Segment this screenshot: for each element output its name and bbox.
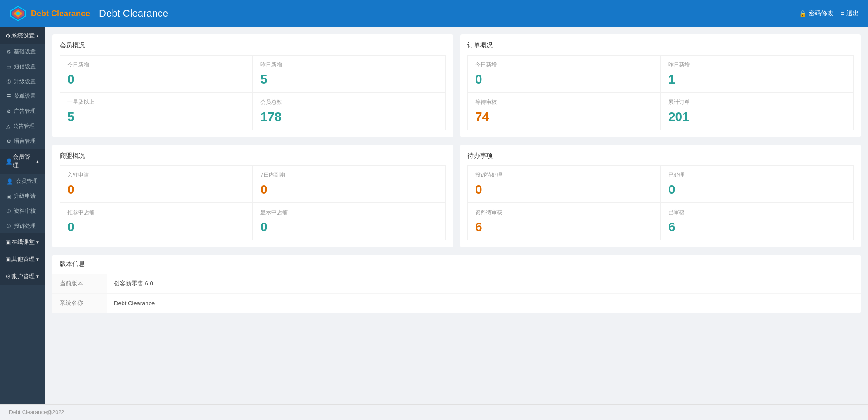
sidebar-item-notice[interactable]: △ 公告管理 [0,119,45,134]
system-settings-icon: ⚙ [5,33,11,39]
footer: Debt Clearance@2022 [0,404,868,420]
complaint-icon: ① [6,223,11,229]
logout-label: 退出 [846,9,859,18]
member-stat-today: 今日新增 0 [60,55,253,93]
sidebar-item-upgrade[interactable]: ① 升级设置 [0,74,45,89]
merchant-stat-apply: 入驻申请 0 [60,165,253,203]
member-stats-grid: 今日新增 0 昨日新增 5 一星及以上 5 会员总数 178 [60,55,446,130]
todo-overview-title: 待办事项 [467,152,854,160]
member-stat-star: 一星及以上 5 [60,93,253,130]
course-icon: ▣ [5,239,11,246]
merchant-apply-value: 0 [67,182,245,197]
header: Debt Clearance Debt Clearance 🔒 密码修改 ≡ 退… [0,0,868,27]
gear-icon: ⚙ [6,49,11,55]
lock-icon: 🔒 [799,10,807,17]
version-info-title: 版本信息 [52,255,861,274]
logo-text: Debt Clearance [31,9,90,19]
merchant-stat-recommend: 推荐中店铺 0 [60,203,253,240]
order-today-label: 今日新增 [475,61,653,69]
version-current-key: 当前版本 [52,274,107,294]
todo-complaint-pending-value: 0 [475,182,653,197]
merchant-expire-label: 7日内到期 [260,171,438,179]
version-table: 当前版本 创客新零售 6.0 系统名称 Debt Clearance [52,274,861,313]
other-label: 其他管理 [11,255,35,263]
todo-data-pending-label: 资料待审核 [475,209,653,216]
password-action[interactable]: 🔒 密码修改 [799,9,834,18]
todo-stat-complaint-done: 已处理 0 [660,165,854,203]
member-today-label: 今日新增 [67,61,245,69]
version-row-current: 当前版本 创客新零售 6.0 [52,274,861,294]
todo-stats-grid: 投诉待处理 0 已处理 0 资料待审核 6 已审核 6 [467,165,854,240]
order-stat-today: 今日新增 0 [467,55,660,93]
sidebar-group-other[interactable]: ▣ 其他管理 ▼ [0,251,45,268]
upgrade-icon: ① [6,79,11,85]
sidebar-item-data-review[interactable]: ① 资料审核 [0,204,45,219]
logout-action[interactable]: ≡ 退出 [841,9,859,18]
sidebar-item-lang[interactable]: ⚙ 语言管理 [0,134,45,149]
sidebar-item-upgrade-apply[interactable]: ▣ 升级申请 [0,189,45,204]
order-pending-label: 等待审核 [475,98,653,106]
merchant-expire-value: 0 [260,182,438,197]
sidebar-group-account[interactable]: ⚙ 账户管理 ▼ [0,268,45,285]
merchant-stat-expire: 7日内到期 0 [253,165,446,203]
sidebar-group-system[interactable]: ⚙ 系统设置 ▲ [0,27,45,44]
logo: Debt Clearance [9,5,90,23]
course-label: 在线课堂 [11,238,35,246]
merchant-display-label: 显示中店铺 [260,209,438,216]
merchant-display-value: 0 [260,220,438,234]
order-stat-yesterday: 昨日新增 1 [660,55,854,93]
todo-data-pending-value: 6 [475,220,653,234]
todo-data-done-label: 已审核 [668,209,846,216]
sidebar-item-complaint[interactable]: ① 投诉处理 [0,219,45,233]
merchant-overview-card: 商盟概况 入驻申请 0 7日内到期 0 推荐中店铺 0 显示 [52,145,453,247]
lang-icon: ⚙ [6,138,11,145]
member-stat-yesterday: 昨日新增 5 [253,55,446,93]
sidebar-item-menu[interactable]: ☰ 菜单设置 [0,89,45,104]
dashboard-row-2: 商盟概况 入驻申请 0 7日内到期 0 推荐中店铺 0 显示 [52,145,861,247]
order-total-value: 201 [668,110,846,124]
main-layout: ⚙ 系统设置 ▲ ⚙ 基础设置 ▭ 短信设置 ① 升级设置 ☰ 菜单设置 ⚙ 广… [0,27,868,404]
member-today-value: 0 [67,72,245,87]
member-star-value: 5 [67,110,245,124]
data-review-icon: ① [6,208,11,215]
merchant-stats-grid: 入驻申请 0 7日内到期 0 推荐中店铺 0 显示中店铺 0 [60,165,446,240]
sidebar-item-ads[interactable]: ⚙ 广告管理 [0,104,45,119]
arrow-down-icon: ▼ [35,240,40,245]
todo-stat-complaint-pending: 投诉待处理 0 [467,165,660,203]
dashboard-row-1: 会员概况 今日新增 0 昨日新增 5 一星及以上 5 会员总 [52,34,861,137]
sidebar-item-members[interactable]: 👤 会员管理 [0,174,45,189]
account-icon: ⚙ [5,273,11,280]
sidebar-item-basic[interactable]: ⚙ 基础设置 [0,44,45,59]
sidebar-group-member[interactable]: 👤 会员管理 ▲ [0,149,45,174]
version-current-value: 创客新零售 6.0 [107,274,861,294]
todo-complaint-done-label: 已处理 [668,171,846,179]
version-row-name: 系统名称 Debt Clearance [52,294,861,313]
order-total-label: 累计订单 [668,98,846,106]
todo-data-done-value: 6 [668,220,846,234]
members-icon: 👤 [6,178,13,185]
order-yesterday-label: 昨日新增 [668,61,846,69]
arrow-down2-icon: ▼ [35,257,40,262]
order-today-value: 0 [475,72,653,87]
todo-stat-data-pending: 资料待审核 6 [467,203,660,240]
sidebar-group-course[interactable]: ▣ 在线课堂 ▼ [0,233,45,251]
header-actions: 🔒 密码修改 ≡ 退出 [799,9,859,18]
order-stat-total: 累计订单 201 [660,93,854,130]
member-star-label: 一星及以上 [67,98,245,106]
sidebar-item-sms[interactable]: ▭ 短信设置 [0,59,45,74]
member-total-label: 会员总数 [260,98,438,106]
merchant-overview-title: 商盟概况 [60,152,446,160]
order-yesterday-value: 1 [668,72,846,87]
order-stats-grid: 今日新增 0 昨日新增 1 等待审核 74 累计订单 201 [467,55,854,130]
member-stat-total: 会员总数 178 [253,93,446,130]
member-label: 会员管理 [13,153,35,169]
order-stat-pending: 等待审核 74 [467,93,660,130]
svg-point-4 [16,12,20,15]
merchant-recommend-label: 推荐中店铺 [67,209,245,216]
password-label: 密码修改 [808,9,834,18]
member-yesterday-label: 昨日新增 [260,61,438,69]
arrow-up2-icon: ▲ [35,159,40,164]
other-icon: ▣ [5,256,11,263]
sidebar: ⚙ 系统设置 ▲ ⚙ 基础设置 ▭ 短信设置 ① 升级设置 ☰ 菜单设置 ⚙ 广… [0,27,45,404]
footer-text: Debt Clearance@2022 [9,409,64,415]
